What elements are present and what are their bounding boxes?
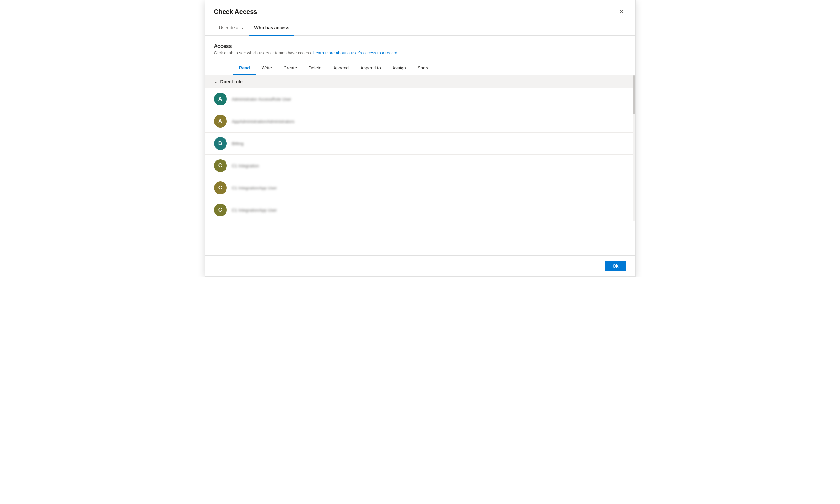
list-item: B Billing — [205, 132, 636, 155]
list-item: A Administrator AccessRole User — [205, 88, 636, 110]
item-name: C1 IntegrationApp User — [232, 208, 277, 213]
access-description: Click a tab to see which users or teams … — [214, 51, 626, 55]
item-name: Billing — [232, 141, 244, 146]
close-button[interactable]: ✕ — [616, 7, 626, 16]
scrollbar-track — [633, 75, 636, 221]
access-list-container: ⌄ Direct role A Administrator AccessRole… — [205, 75, 636, 221]
permission-tab-assign[interactable]: Assign — [387, 62, 412, 75]
item-name: C1 Integration — [232, 163, 259, 168]
permission-tab-write[interactable]: Write — [256, 62, 278, 75]
tab-user-details[interactable]: User details — [214, 22, 248, 36]
list-item: C C1 IntegrationApp User — [205, 199, 636, 221]
permission-tab-share[interactable]: Share — [412, 62, 435, 75]
dialog-title: Check Access — [214, 8, 257, 15]
permission-tabs: Read Write Create Delete Append Append t… — [214, 62, 626, 75]
item-name: C1 IntegrationApp User — [232, 185, 277, 191]
dialog-header: Check Access ✕ — [205, 0, 636, 16]
list-item: C C1 IntegrationApp User — [205, 177, 636, 199]
tab-who-has-access[interactable]: Who has access — [249, 22, 294, 36]
avatar: C — [214, 203, 227, 216]
access-title: Access — [214, 43, 626, 49]
avatar: C — [214, 181, 227, 194]
item-name: AppAdministrationAdministrators — [232, 119, 295, 124]
item-name: Administrator AccessRole User — [232, 97, 291, 102]
ok-button[interactable]: Ok — [605, 261, 626, 271]
dialog-footer: Ok — [205, 255, 636, 276]
close-icon: ✕ — [619, 8, 624, 15]
list-item: C C1 Integration — [205, 155, 636, 177]
dialog-content: Access Click a tab to see which users or… — [205, 36, 636, 255]
direct-role-label: Direct role — [220, 79, 243, 84]
direct-role-section-header[interactable]: ⌄ Direct role — [205, 75, 636, 88]
permission-tab-append-to[interactable]: Append to — [355, 62, 387, 75]
check-access-dialog: Check Access ✕ User details Who has acce… — [204, 0, 636, 276]
avatar: B — [214, 137, 227, 150]
avatar: C — [214, 159, 227, 172]
chevron-down-icon: ⌄ — [214, 79, 217, 84]
scrollbar-thumb[interactable] — [633, 75, 636, 114]
permission-tab-create[interactable]: Create — [278, 62, 303, 75]
permission-tab-append[interactable]: Append — [327, 62, 355, 75]
permission-tab-delete[interactable]: Delete — [303, 62, 327, 75]
learn-more-link[interactable]: Learn more about a user's access to a re… — [314, 51, 399, 55]
permission-tab-read[interactable]: Read — [233, 62, 256, 75]
main-tabs: User details Who has access — [205, 16, 636, 36]
avatar: A — [214, 93, 227, 106]
avatar: A — [214, 115, 227, 128]
list-item: A AppAdministrationAdministrators — [205, 110, 636, 132]
